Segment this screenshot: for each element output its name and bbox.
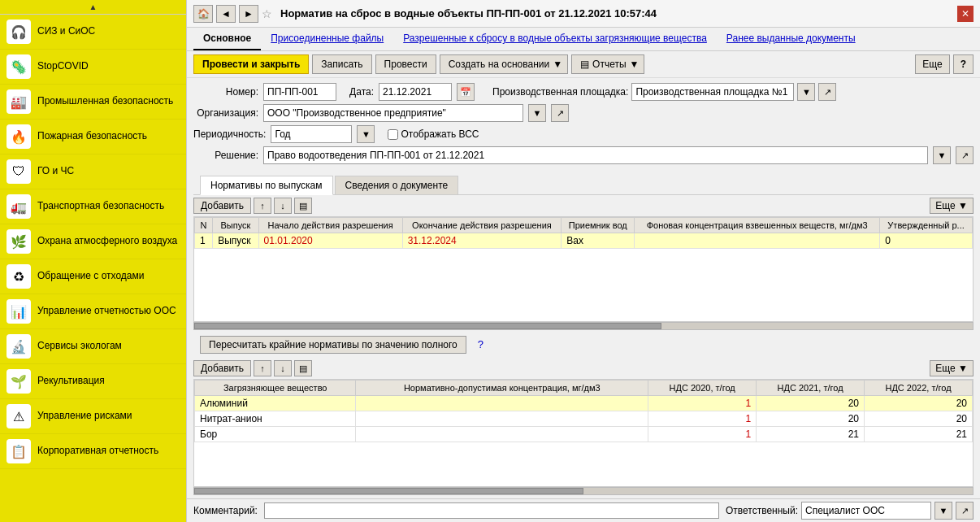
sidebar: ▲ 🎧 СИЗ и СиОС 🦠 StopCOVID 🏭 Промышленна…: [0, 0, 187, 522]
prod-area-dropdown-btn[interactable]: ▼: [797, 83, 815, 101]
responsible-input[interactable]: [801, 502, 931, 520]
sidebar-icon-atmo: 🌿: [7, 229, 31, 254]
sidebar-label-risk: Управление рисками: [37, 410, 132, 423]
sidebar-scroll-top[interactable]: ▲: [0, 0, 186, 15]
document-title: Норматив на сброс в водные объекты ПП-ПП…: [280, 7, 951, 20]
table-row[interactable]: Бор12121: [195, 427, 973, 442]
comment-input[interactable]: [264, 502, 719, 519]
sidebar-item-stopcovid[interactable]: 🦠 StopCOVID: [0, 50, 186, 85]
table-row[interactable]: Алюминий12020: [195, 396, 973, 411]
forward-button[interactable]: ►: [239, 5, 258, 23]
sidebar-item-siz[interactable]: 🎧 СИЗ и СиОС: [0, 15, 186, 50]
more-button[interactable]: Еще: [915, 54, 949, 74]
sidebar-label-prom: Промышленная безопасность: [37, 95, 173, 108]
scrollbar-1[interactable]: [193, 322, 973, 330]
sidebar-label-service: Сервисы экологам: [37, 340, 122, 353]
period-input[interactable]: [271, 125, 352, 143]
tab-main[interactable]: Основное: [193, 28, 261, 50]
solution-open-btn[interactable]: ↗: [956, 146, 973, 164]
inner-tab-doc_info[interactable]: Сведения о документе: [335, 176, 459, 194]
scrollbar-2[interactable]: [193, 487, 973, 495]
sidebar-item-go[interactable]: 🛡 ГО и ЧС: [0, 154, 186, 189]
table-settings-button-1[interactable]: ▤: [294, 198, 312, 214]
org-input[interactable]: [263, 104, 523, 122]
date-label: Дата:: [341, 86, 374, 98]
sidebar-label-report: Управление отчетностью ООС: [37, 305, 176, 318]
close-button[interactable]: ✕: [957, 6, 973, 22]
recalc-button[interactable]: Пересчитать крайние нормативы по значени…: [200, 336, 466, 354]
add-button-1[interactable]: Добавить: [193, 198, 251, 214]
inner-tab-norms_by_issue[interactable]: Нормативы по выпускам: [200, 176, 333, 195]
tab-discharge[interactable]: Разрешенные к сбросу в водные объекты за…: [393, 28, 717, 50]
sidebar-label-waste: Обращение с отходами: [37, 270, 144, 283]
main-area: 🏠 ◄ ► ☆ Норматив на сброс в водные объек…: [187, 0, 980, 522]
more-button-2[interactable]: Еще ▼: [930, 360, 973, 376]
sidebar-item-rekulti[interactable]: 🌱 Рекультивация: [0, 364, 186, 399]
calc-help-icon[interactable]: ?: [478, 338, 483, 350]
table-settings-button-2[interactable]: ▤: [294, 360, 312, 376]
period-dropdown-btn[interactable]: ▼: [357, 125, 375, 143]
col-header: НДС 2021, т/год: [757, 381, 865, 396]
sidebar-item-transport[interactable]: 🚛 Транспортная безопасность: [0, 189, 186, 224]
add-button-2[interactable]: Добавить: [193, 360, 251, 376]
responsible-section: Ответственный: ▼ ↗: [726, 502, 973, 520]
prod-area-open-btn[interactable]: ↗: [818, 83, 836, 101]
responsible-dropdown-btn[interactable]: ▼: [934, 502, 952, 520]
responsible-label: Ответственный:: [726, 505, 798, 516]
reports-button[interactable]: ▤ Отчеты ▼: [571, 54, 644, 74]
home-button[interactable]: 🏠: [193, 5, 213, 23]
prod-area-label: Производственная площадка:: [492, 86, 628, 98]
sidebar-item-corp[interactable]: 📋 Корпоративная отчетность: [0, 434, 186, 469]
sidebar-icon-rekulti: 🌱: [7, 369, 31, 394]
tab-earlier[interactable]: Ранее выданные документы: [717, 28, 865, 50]
number-input[interactable]: [263, 83, 336, 101]
post-button[interactable]: Провести: [375, 54, 436, 74]
back-button[interactable]: ◄: [216, 5, 236, 23]
sidebar-icon-stopcovid: 🦠: [7, 54, 31, 79]
down-button-1[interactable]: ↓: [274, 198, 292, 214]
sidebar-item-risk[interactable]: ⚠ Управление рисками: [0, 399, 186, 434]
table-row[interactable]: 1Выпуск01.01.202031.12.2024Вах0: [195, 233, 973, 249]
org-dropdown-btn[interactable]: ▼: [528, 104, 546, 122]
solution-dropdown-btn[interactable]: ▼: [933, 146, 951, 164]
solution-label: Решение:: [193, 150, 258, 161]
sidebar-up-arrow-btn[interactable]: ▲: [89, 2, 98, 11]
sidebar-label-corp: Корпоративная отчетность: [37, 445, 158, 458]
table-row[interactable]: Нитрат-анион12020: [195, 411, 973, 427]
vss-checkbox[interactable]: [388, 129, 398, 140]
sidebar-item-report[interactable]: 📊 Управление отчетностью ООС: [0, 294, 186, 329]
calc-row: Пересчитать крайние нормативы по значени…: [193, 333, 973, 355]
sidebar-item-fire[interactable]: 🔥 Пожарная безопасность: [0, 120, 186, 154]
col-header: НДС 2022, т/год: [865, 381, 973, 396]
down-button-2[interactable]: ↓: [274, 360, 292, 376]
responsible-open-btn[interactable]: ↗: [956, 502, 973, 520]
up-button-1[interactable]: ↑: [254, 198, 271, 214]
up-button-2[interactable]: ↑: [254, 360, 271, 376]
post-close-button[interactable]: Провести и закрыть: [193, 54, 309, 74]
sidebar-item-atmo[interactable]: 🌿 Охрана атмосферного воздуха: [0, 224, 186, 259]
favorite-star-button[interactable]: ☆: [262, 7, 272, 20]
solution-row: Решение: ▼ ↗: [193, 146, 973, 164]
sidebar-item-waste[interactable]: ♻ Обращение с отходами: [0, 259, 186, 294]
sidebar-label-go: ГО и ЧС: [37, 165, 74, 178]
help-button[interactable]: ?: [953, 54, 973, 74]
vss-label-text: Отображать ВСС: [401, 128, 479, 140]
solution-input[interactable]: [263, 146, 928, 164]
col-header: N: [195, 218, 213, 233]
org-open-btn[interactable]: ↗: [551, 104, 569, 122]
col-header: Утвержденный р...: [880, 218, 973, 233]
tab-files[interactable]: Присоединенные файлы: [261, 28, 393, 50]
col-header: Фоновая концентрация взвешенных веществ,…: [635, 218, 880, 233]
sidebar-item-prom[interactable]: 🏭 Промышленная безопасность: [0, 85, 186, 120]
sidebar-icon-siz: 🎧: [7, 20, 31, 44]
sidebar-item-service[interactable]: 🔬 Сервисы экологам: [0, 329, 186, 364]
sidebar-label-stopcovid: StopCOVID: [37, 60, 89, 73]
vss-checkbox-label[interactable]: Отображать ВСС: [388, 128, 479, 140]
more-button-1[interactable]: Еще ▼: [930, 198, 973, 214]
prod-area-input[interactable]: [631, 83, 794, 101]
date-input[interactable]: [379, 83, 452, 101]
calendar-icon-button[interactable]: 📅: [457, 83, 475, 101]
create-basis-button[interactable]: Создать на основании ▼: [440, 54, 568, 74]
sidebar-icon-service: 🔬: [7, 334, 31, 359]
save-button[interactable]: Записать: [312, 54, 371, 74]
